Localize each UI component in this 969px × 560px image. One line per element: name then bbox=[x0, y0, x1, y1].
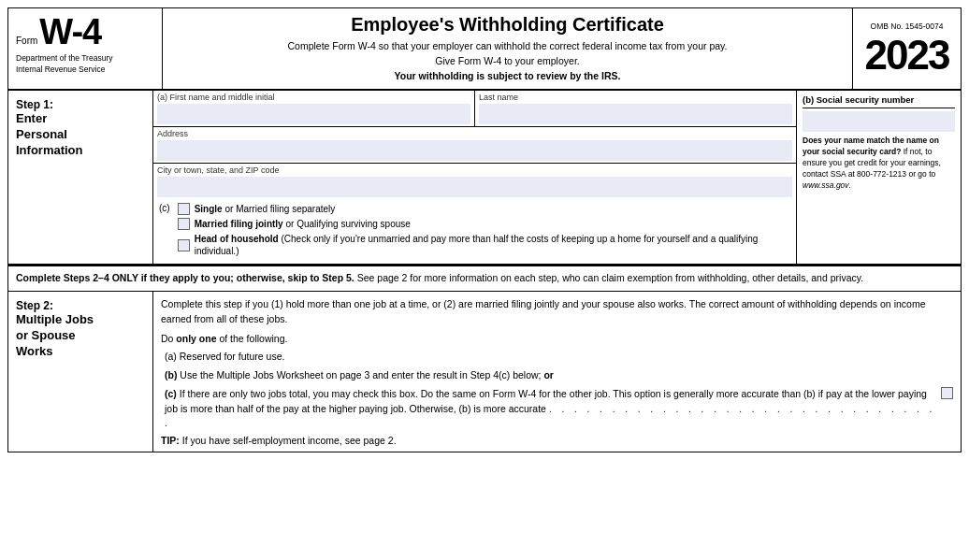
step2-item-c: (c) If there are only two jobs total, yo… bbox=[161, 387, 953, 431]
omb-number: OMB No. 1545-0074 bbox=[871, 22, 944, 31]
year-suffix: 23 bbox=[907, 32, 949, 78]
step2-number: Step 2: bbox=[16, 299, 145, 312]
instruction-2: Give Form W-4 to your employer. bbox=[172, 54, 843, 69]
step2-item-c-text: (c) If there are only two jobs total, yo… bbox=[165, 387, 941, 431]
hoh-label[interactable]: Head of household (Check only if you're … bbox=[195, 233, 790, 257]
last-name-input[interactable] bbox=[479, 104, 792, 124]
city-row: City or town, state, and ZIP code bbox=[153, 164, 796, 199]
filing-option-single: Single or Married filing separately bbox=[178, 203, 790, 215]
form-id-section: Form W-4 Department of the Treasury Inte… bbox=[8, 8, 163, 89]
step2-section: Step 2: Multiple Jobs or Spouse Works Co… bbox=[8, 292, 961, 452]
first-name-label: (a) First name and middle initial bbox=[157, 93, 470, 102]
instruction-1: Complete Form W-4 so that your employer … bbox=[172, 39, 843, 54]
form-title: Employee's Withholding Certificate bbox=[172, 14, 843, 36]
steps24-text: See page 2 for more information on each … bbox=[357, 272, 863, 283]
form-header: Form W-4 Department of the Treasury Inte… bbox=[8, 8, 961, 91]
dots-spacer: . . . . . . . . . . . . . . . . . . . . … bbox=[165, 404, 935, 429]
omb-year-section: OMB No. 1545-0074 2023 bbox=[853, 8, 961, 89]
ssn-header: (b) Social security number bbox=[803, 94, 955, 108]
married-checkbox[interactable] bbox=[178, 218, 190, 230]
step1-number: Step 1: bbox=[16, 98, 145, 111]
filing-options: Single or Married filing separately Marr… bbox=[178, 203, 790, 260]
step1-label: Step 1: Enter Personal Information bbox=[8, 91, 153, 264]
address-row: Address bbox=[153, 127, 796, 164]
step2-content: Complete this step if you (1) hold more … bbox=[153, 292, 961, 452]
instruction-3: Your withholding is subject to review by… bbox=[395, 70, 621, 81]
filing-status-row: (c) Single or Married filing separately … bbox=[153, 199, 796, 264]
filing-option-hoh: Head of household (Check only if you're … bbox=[178, 233, 790, 257]
tip-text: TIP: If you have self-employment income,… bbox=[161, 435, 953, 446]
city-label: City or town, state, and ZIP code bbox=[157, 165, 792, 175]
last-name-field: Last name bbox=[475, 91, 796, 126]
step2-do-one: Do only one of the following. bbox=[161, 332, 953, 347]
single-checkbox[interactable] bbox=[178, 203, 190, 215]
first-name-field: (a) First name and middle initial bbox=[153, 91, 475, 126]
filing-label: (c) bbox=[159, 203, 170, 213]
year-prefix: 20 bbox=[865, 32, 907, 78]
ssn-note: Does your name match the name on your so… bbox=[803, 136, 955, 191]
address-input[interactable] bbox=[157, 140, 792, 161]
married-label[interactable]: Married filing jointly or Qualifying sur… bbox=[195, 218, 411, 230]
w4-form: Form W-4 Department of the Treasury Inte… bbox=[7, 7, 962, 452]
form-label-text: Form bbox=[16, 36, 37, 46]
hoh-checkbox[interactable] bbox=[178, 239, 190, 251]
name-row: (a) First name and middle initial Last n… bbox=[153, 91, 796, 127]
tax-year: 2023 bbox=[865, 35, 949, 76]
step2-label: Step 2: Multiple Jobs or Spouse Works bbox=[8, 292, 153, 452]
address-label: Address bbox=[157, 129, 792, 138]
single-label[interactable]: Single or Married filing separately bbox=[195, 203, 336, 215]
last-name-label: Last name bbox=[479, 93, 792, 102]
step2-item-a: (a) Reserved for future use. bbox=[161, 350, 953, 365]
ssn-section: (b) Social security number Does your nam… bbox=[797, 91, 961, 264]
step1-section: Step 1: Enter Personal Information (a) F… bbox=[8, 91, 961, 265]
step2-description: Complete this step if you (1) hold more … bbox=[161, 297, 953, 327]
dept-text: Department of the Treasury Internal Reve… bbox=[16, 53, 154, 76]
first-name-input[interactable] bbox=[157, 104, 470, 124]
ssn-input[interactable] bbox=[803, 111, 955, 132]
step2-item-b: (b) Use the Multiple Jobs Worksheet on p… bbox=[161, 368, 953, 383]
step1-title: Enter Personal Information bbox=[16, 111, 145, 159]
step2c-checkbox[interactable] bbox=[941, 387, 953, 399]
step2-title: Multiple Jobs or Spouse Works bbox=[16, 312, 145, 360]
form-title-section: Employee's Withholding Certificate Compl… bbox=[163, 8, 853, 89]
steps24-notice: Complete Steps 2–4 ONLY if they apply to… bbox=[8, 265, 961, 292]
form-number: W-4 bbox=[39, 14, 101, 50]
step1-fields: (a) First name and middle initial Last n… bbox=[153, 91, 797, 264]
city-input[interactable] bbox=[157, 177, 792, 197]
filing-option-married: Married filing jointly or Qualifying sur… bbox=[178, 218, 790, 230]
